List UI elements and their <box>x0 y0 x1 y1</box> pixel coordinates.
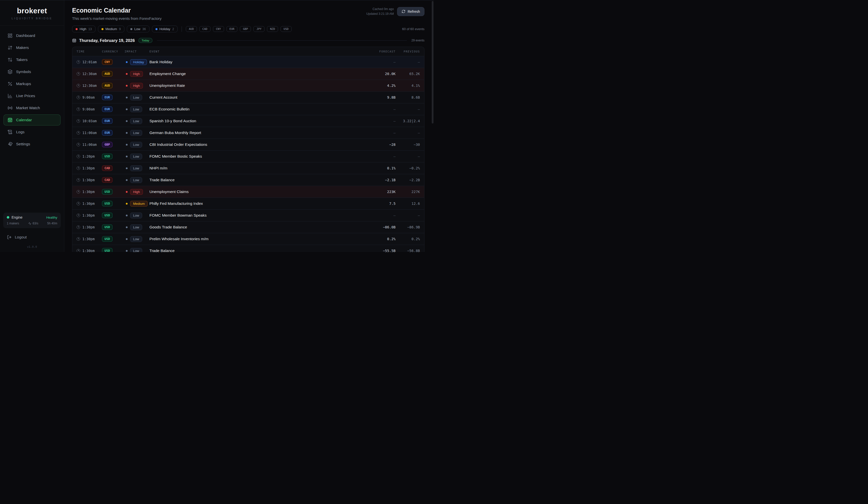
engine-rate: 63/s <box>28 222 39 225</box>
sidebar-item-makers[interactable]: Makers <box>3 42 61 53</box>
refresh-icon <box>402 10 405 13</box>
sidebar-item-label: Symbols <box>16 70 31 74</box>
impact-badge: High <box>130 71 143 77</box>
table-row[interactable]: 10:03am EUR Low Spanish 10-y Bond Auctio… <box>72 115 424 127</box>
percent-icon <box>8 81 12 86</box>
sidebar-item-label: Takers <box>16 57 28 62</box>
table-row[interactable]: 1:30pm CAD Low NHPI m/m 0.1% −0.2% <box>72 162 424 174</box>
clock-icon <box>76 119 80 123</box>
engine-label: Engine <box>12 216 23 219</box>
event-time: 1:30pm <box>76 178 102 182</box>
sidebar-item-logs[interactable]: Logs <box>3 126 61 138</box>
table-row[interactable]: 1:30pm CAD Low Trade Balance −2.1B −2.2B <box>72 174 424 186</box>
sidebar-item-settings[interactable]: Settings <box>3 138 61 150</box>
engine-status-dot-icon <box>7 216 9 219</box>
arrow-up-down-icon <box>8 57 12 62</box>
activity-pulse-icon <box>28 222 31 225</box>
col-header-forecast: FORECAST <box>365 50 395 53</box>
col-header-currency: CURRENCY <box>102 50 125 53</box>
impact-dot-icon <box>126 61 127 63</box>
sidebar-item-dashboard[interactable]: Dashboard <box>3 30 61 41</box>
main-content: Economic Calendar This week's market-mov… <box>64 0 434 252</box>
clock-icon <box>76 60 80 64</box>
sidebar-item-calendar[interactable]: Calendar <box>3 114 61 126</box>
table-row[interactable]: 1:30pm USD Low Prelim Wholesale Inventor… <box>72 233 424 245</box>
currency-chip-aud[interactable]: AUD <box>186 26 197 32</box>
impact-badge: Medium <box>130 201 148 207</box>
currency-badge: USD <box>102 201 113 206</box>
impact-badge: Low <box>130 236 142 242</box>
table-row[interactable]: 1:30pm USD High Unemployment Claims 223K… <box>72 186 424 198</box>
currency-chip-nzd[interactable]: NZD <box>267 26 278 32</box>
sidebar-item-label: Makers <box>16 45 29 50</box>
event-name: FOMC Member Bostic Speaks <box>149 154 365 159</box>
table-row[interactable]: 11:00am GBP Low CBI Industrial Order Exp… <box>72 138 424 150</box>
previous-value: −2.2B <box>395 178 420 182</box>
divider <box>182 27 182 32</box>
clock-icon <box>76 155 80 158</box>
event-name: Employment Change <box>149 72 365 76</box>
table-row[interactable]: 12:30am AUD High Employment Change 20.0K… <box>72 68 424 80</box>
currency-badge: CAD <box>102 177 113 183</box>
currency-chip-cny[interactable]: CNY <box>213 26 224 32</box>
sidebar-item-label: Dashboard <box>16 33 35 38</box>
sidebar-item-markups[interactable]: Markups <box>3 78 61 90</box>
filter-chip-high[interactable]: High 13 <box>72 25 95 32</box>
app-version: v1.0.0 <box>0 245 64 249</box>
clock-icon <box>76 72 80 75</box>
event-name: German Buba Monthly Report <box>149 130 365 135</box>
clock-icon <box>76 96 80 99</box>
table-row[interactable]: 1:30pm USD Low Goods Trade Balance −86.0… <box>72 221 424 233</box>
scroll-icon <box>8 129 12 135</box>
event-time: 9:00am <box>76 95 102 99</box>
table-row[interactable]: 12:30am AUD High Unemployment Rate 4.2% … <box>72 80 424 91</box>
currency-chip-usd[interactable]: USD <box>280 26 292 32</box>
table-row[interactable]: 11:00am EUR Low German Buba Monthly Repo… <box>72 127 424 138</box>
event-time: 12:30am <box>76 72 102 76</box>
table-row[interactable]: 12:01am CNY Holiday Bank Holiday – – <box>72 56 424 68</box>
sidebar-item-live-prices[interactable]: Live Prices <box>3 90 61 102</box>
currency-chip-jpy[interactable]: JPY <box>254 26 265 32</box>
currency-chip-eur[interactable]: EUR <box>227 26 238 32</box>
impact-badge: High <box>130 83 143 88</box>
event-time: 1:30pm <box>76 166 102 170</box>
currency-chip-cad[interactable]: CAD <box>199 26 210 32</box>
title-block: Economic Calendar This week's market-mov… <box>72 7 162 21</box>
filter-chip-medium[interactable]: Medium 9 <box>98 25 124 32</box>
forecast-value: −86.0B <box>365 225 395 229</box>
filter-chip-low[interactable]: Low 36 <box>127 25 149 32</box>
forecast-value: 4.2% <box>365 84 395 87</box>
table-row[interactable]: 9:00am EUR Low Current Account 9.8B 8.6B <box>72 91 424 103</box>
event-name: NHPI m/m <box>149 166 365 170</box>
impact-badge: Low <box>130 213 142 218</box>
clock-icon <box>76 166 80 170</box>
impact-dot-icon <box>126 73 127 75</box>
logo-box: brokeret LIQUIDITY BRIDGE <box>0 0 64 25</box>
low-dot-icon <box>130 28 132 30</box>
previous-value: −0.2% <box>395 166 420 170</box>
refresh-button[interactable]: Refresh <box>397 7 424 16</box>
table-row[interactable]: 9:00am EUR Low ECB Economic Bulletin – – <box>72 103 424 115</box>
day-date: Thursday, February 19, 2026 <box>79 38 135 43</box>
forecast-value: −28 <box>365 143 395 147</box>
table-row[interactable]: 1:30pm USD Low FOMC Member Bowman Speaks… <box>72 209 424 221</box>
impact-dot-icon <box>126 156 127 157</box>
sidebar-item-market-watch[interactable]: Market Watch <box>3 102 61 114</box>
sidebar-item-takers[interactable]: Takers <box>3 54 61 65</box>
sidebar-item-symbols[interactable]: Symbols <box>3 66 61 77</box>
table-row[interactable]: 1:30pm USD Low Trade Balance −55.5B −56.… <box>72 245 424 252</box>
event-name: Prelim Wholesale Inventories m/m <box>149 237 365 241</box>
sidebar-item-label: Settings <box>16 142 30 146</box>
filter-chip-holiday[interactable]: Holiday 2 <box>152 25 178 32</box>
clock-icon <box>76 131 80 135</box>
table-header-row: TIME CURRENCY IMPACT EVENT FORECAST PREV… <box>72 47 424 56</box>
logout-button[interactable]: Logout <box>0 232 64 243</box>
vertical-scrollbar[interactable] <box>432 1 434 124</box>
table-row[interactable]: 1:30pm USD Medium Philly Fed Manufacturi… <box>72 198 424 209</box>
layers-icon <box>8 69 12 74</box>
table-row[interactable]: 1:20pm USD Low FOMC Member Bostic Speaks… <box>72 150 424 162</box>
forecast-value: 0.1% <box>365 166 395 170</box>
forecast-value: – <box>365 131 395 135</box>
currency-chip-gbp[interactable]: GBP <box>240 26 251 32</box>
engine-health-badge: Healthy <box>46 216 57 219</box>
